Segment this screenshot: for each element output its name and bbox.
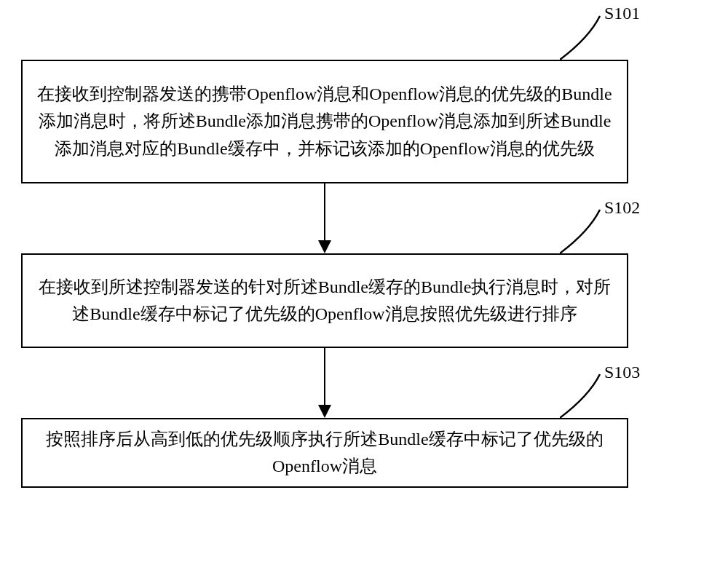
flowchart-canvas: S101 在接收到控制器发送的携带Openflow消息和Openflow消息的优… [0, 0, 728, 581]
step-label-s102: S102 [604, 198, 640, 218]
step-box-s103: 按照排序后从高到低的优先级顺序执行所述Bundle缓存中标记了优先级的Openf… [21, 418, 628, 488]
step-text-s102: 在接收到所述控制器发送的针对所述Bundle缓存的Bundle执行消息时，对所述… [37, 274, 612, 328]
step-box-s102: 在接收到所述控制器发送的针对所述Bundle缓存的Bundle执行消息时，对所述… [21, 253, 628, 348]
step-text-s101: 在接收到控制器发送的携带Openflow消息和Openflow消息的优先级的Bu… [37, 81, 612, 162]
step-box-s101: 在接收到控制器发送的携带Openflow消息和Openflow消息的优先级的Bu… [21, 60, 628, 183]
step-label-s103: S103 [604, 363, 640, 382]
step-text-s103: 按照排序后从高到低的优先级顺序执行所述Bundle缓存中标记了优先级的Openf… [37, 426, 612, 480]
step-label-s101: S101 [604, 4, 640, 23]
